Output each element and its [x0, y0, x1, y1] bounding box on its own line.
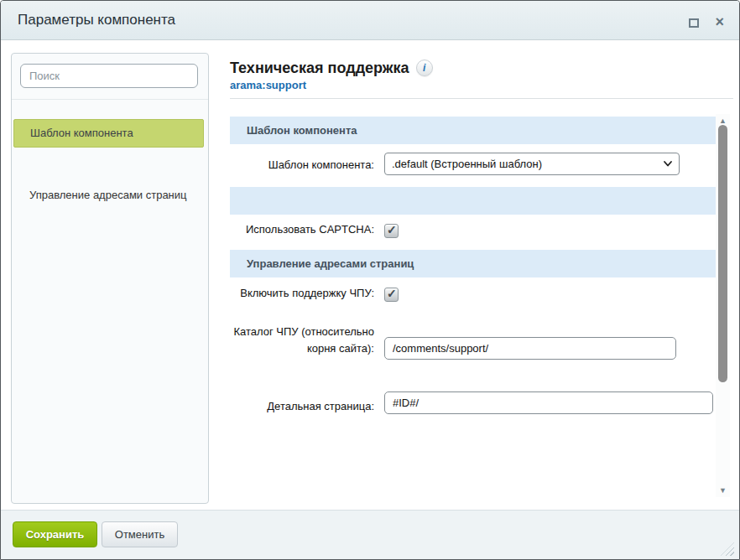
- cancel-button[interactable]: Отменить: [102, 521, 178, 547]
- section-bar-template: Шаблон компонента: [230, 117, 716, 144]
- detail-page-label: Детальная страница:: [230, 398, 374, 415]
- search-input[interactable]: [20, 64, 198, 88]
- template-select[interactable]: .default (Встроенный шаблон): [384, 153, 680, 175]
- scroll-up-icon[interactable]: ▲: [716, 117, 730, 125]
- close-icon[interactable]: ×: [715, 16, 724, 28]
- template-select-wrap: .default (Встроенный шаблон): [384, 153, 680, 175]
- sef-folder-input[interactable]: [384, 337, 676, 360]
- captcha-label: Использовать CAPTCHA:: [230, 221, 374, 238]
- resize-grip[interactable]: [721, 542, 734, 556]
- title-bar: Параметры компонента ×: [1, 1, 739, 40]
- sef-folder-label: Каталог ЧПУ (относительно корня сайта):: [230, 324, 374, 357]
- section-bar-url-management: Управление адресами страниц: [230, 250, 716, 277]
- scroll-down-icon[interactable]: ▼: [716, 486, 730, 495]
- heading-divider: [230, 98, 733, 99]
- sef-checkbox[interactable]: [384, 288, 399, 302]
- page-title-text: Техническая поддержка: [230, 60, 409, 76]
- sidebar-divider: [12, 99, 208, 100]
- page-title: Техническая поддержкаi: [230, 60, 433, 77]
- section-bar-empty: [230, 187, 716, 215]
- sef-label: Включить поддержку ЧПУ:: [230, 285, 374, 302]
- scrollbar-thumb[interactable]: [718, 125, 727, 382]
- sidebar-item-template[interactable]: Шаблон компонента: [13, 119, 204, 148]
- footer-bar: Сохранить Отменить: [1, 510, 739, 559]
- sidebar: Шаблон компонента Управление адресами ст…: [11, 53, 209, 504]
- captcha-checkbox[interactable]: [384, 224, 399, 238]
- maximize-icon[interactable]: [689, 18, 699, 28]
- info-icon[interactable]: i: [416, 60, 433, 76]
- component-name-link[interactable]: arama:support: [230, 79, 306, 91]
- dialog-title: Параметры компонента: [18, 12, 175, 29]
- template-select-label: Шаблон компонента:: [230, 157, 374, 174]
- component-parameters-dialog: Параметры компонента × Шаблон компонента…: [0, 0, 740, 560]
- save-button[interactable]: Сохранить: [13, 521, 97, 547]
- sidebar-item-url-management[interactable]: Управление адресами страниц: [29, 188, 187, 203]
- content-scrollbar[interactable]: ▲ ▼: [716, 114, 730, 497]
- detail-page-input[interactable]: [384, 391, 713, 414]
